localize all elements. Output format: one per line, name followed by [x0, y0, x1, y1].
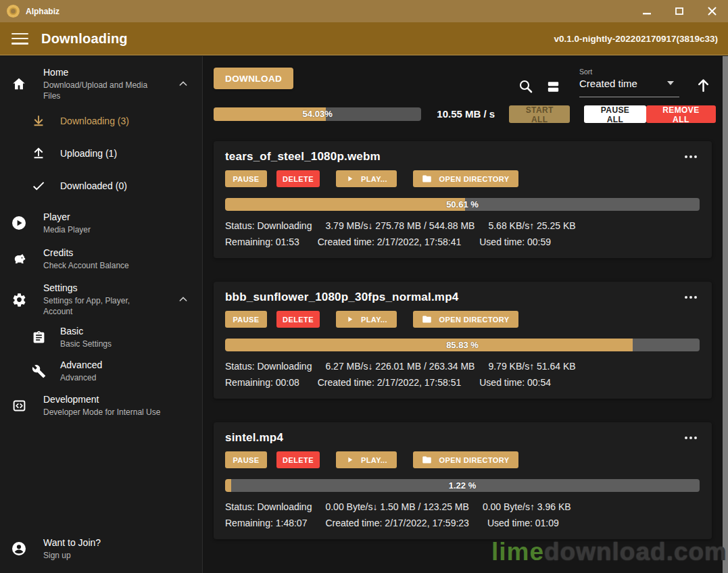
- sidebar-item-downloaded[interactable]: Downloaded (0): [0, 170, 202, 202]
- scrollbar[interactable]: [723, 56, 728, 573]
- used-time: Used time: 00:59: [479, 236, 551, 247]
- clipboard-icon: [30, 329, 47, 345]
- main-content: DOWNLOAD Sort Created time 54.03% 10.55 …: [203, 56, 723, 573]
- open-directory-button[interactable]: OPEN DIRECTORY: [413, 311, 518, 328]
- sidebar-item-caption: Basic Settings: [60, 339, 191, 349]
- download-card: tears_of_steel_1080p.webm PAUSE DELETE P…: [214, 141, 712, 258]
- file-progress-label: 50.61 %: [225, 198, 700, 211]
- folder-icon: [422, 174, 432, 184]
- pause-button[interactable]: PAUSE: [225, 170, 267, 187]
- download-info: 3.79 MB/s↓ 275.78 MB / 544.88 MB: [325, 220, 475, 231]
- minimize-button[interactable]: [631, 0, 663, 22]
- overall-speed: 10.55 MB / s: [437, 108, 495, 120]
- version-label: v0.1.0-nightly-202202170917(3819c33): [554, 34, 718, 44]
- play-button[interactable]: PLAY...: [336, 451, 397, 468]
- delete-button[interactable]: DELETE: [276, 311, 320, 328]
- sidebar-item-signup[interactable]: Want to Join? Sign up: [0, 527, 202, 570]
- used-time: Used time: 00:54: [479, 377, 551, 388]
- overall-progress-label: 54.03%: [214, 107, 421, 121]
- sidebar-item-uploading[interactable]: Uploading (1): [0, 137, 202, 170]
- sidebar-item-home[interactable]: Home Download/Upload and Media Files: [0, 56, 202, 105]
- sidebar-item-advanced[interactable]: Advanced Advanced: [0, 354, 202, 388]
- start-all-button[interactable]: START ALL: [509, 105, 570, 123]
- overall-progress-bar: 54.03%: [214, 107, 421, 121]
- status-text: Status: Downloading: [225, 220, 312, 231]
- sidebar-item-label: Development: [43, 393, 191, 406]
- list-density-icon[interactable]: [545, 73, 561, 100]
- open-directory-button[interactable]: OPEN DIRECTORY: [413, 451, 518, 468]
- created-time: Created time: 2/17/2022, 17:59:23: [325, 518, 468, 528]
- file-name: bbb_sunflower_1080p_30fps_normal.mp4: [225, 291, 458, 304]
- download-button[interactable]: DOWNLOAD: [214, 68, 293, 89]
- sidebar-item-label: Basic: [60, 325, 191, 338]
- pause-button[interactable]: PAUSE: [225, 311, 267, 328]
- chevron-down-icon: [667, 81, 674, 85]
- search-icon[interactable]: [518, 73, 534, 100]
- file-progress-label: 1.22 %: [225, 479, 700, 492]
- code-box-icon: [11, 397, 27, 414]
- sidebar-item-credits[interactable]: Credits Check Account Balance: [0, 242, 202, 276]
- delete-button[interactable]: DELETE: [276, 170, 320, 187]
- status-text: Status: Downloading: [225, 361, 312, 372]
- remove-all-button[interactable]: REMOVE ALL: [646, 105, 716, 123]
- titlebar: Alphabiz: [0, 0, 728, 22]
- chevron-up-icon[interactable]: [175, 78, 191, 89]
- close-button[interactable]: [696, 0, 728, 22]
- sidebar-item-settings[interactable]: Settings Settings for App, Player, Accou…: [0, 276, 202, 320]
- pause-all-button[interactable]: PAUSE ALL: [584, 105, 646, 123]
- more-options-icon[interactable]: [682, 293, 700, 301]
- sort-label: Sort: [579, 68, 679, 76]
- sidebar-item-label: Uploading (1): [60, 147, 191, 160]
- sort-direction-icon[interactable]: [695, 71, 712, 100]
- created-time: Created time: 2/17/2022, 17:58:51: [318, 377, 461, 388]
- delete-button[interactable]: DELETE: [276, 451, 320, 468]
- sidebar-item-caption: Sign up: [43, 550, 191, 561]
- sort-value: Created time: [579, 78, 679, 89]
- sidebar-item-label: Player: [43, 211, 191, 224]
- remaining-time: Remaining: 01:53: [225, 236, 299, 247]
- menu-icon[interactable]: [11, 33, 28, 45]
- app-name: Alphabiz: [26, 7, 59, 16]
- download-list: tears_of_steel_1080p.webm PAUSE DELETE P…: [214, 141, 712, 539]
- more-options-icon[interactable]: [682, 434, 700, 442]
- download-card: sintel.mp4 PAUSE DELETE PLAY... OPEN DIR…: [214, 422, 712, 539]
- play-icon: [345, 315, 354, 324]
- sidebar-item-caption: Download/Upload and Media Files: [43, 80, 158, 101]
- pause-button[interactable]: PAUSE: [225, 451, 267, 468]
- chevron-up-icon[interactable]: [175, 294, 191, 305]
- file-name: tears_of_steel_1080p.webm: [225, 150, 381, 164]
- sidebar-item-label: Settings: [43, 282, 175, 295]
- sidebar-item-caption: Advanced: [60, 372, 191, 383]
- sidebar-item-development[interactable]: Development Developer Mode for Internal …: [0, 388, 202, 423]
- upload-info: 9.79 KB/s↑ 51.64 KB: [488, 361, 575, 372]
- sort-select[interactable]: Sort Created time: [579, 68, 679, 100]
- home-icon: [11, 76, 27, 92]
- play-icon: [345, 455, 354, 464]
- remaining-time: Remaining: 00:08: [225, 377, 299, 388]
- upload-info: 0.00 Byte/s↑ 3.96 KB: [483, 501, 571, 512]
- toolbar-row-top: DOWNLOAD Sort Created time: [214, 68, 712, 100]
- folder-icon: [422, 455, 432, 465]
- download-info: 6.27 MB/s↓ 226.01 MB / 263.34 MB: [325, 361, 475, 372]
- download-card: bbb_sunflower_1080p_30fps_normal.mp4 PAU…: [214, 282, 712, 399]
- play-button[interactable]: PLAY...: [336, 170, 397, 187]
- sidebar-item-downloading[interactable]: Downloading (3): [0, 105, 202, 137]
- sidebar-item-caption: Media Player: [43, 224, 191, 235]
- sidebar-item-label: Downloading (3): [60, 115, 191, 128]
- file-progress-bar: 50.61 %: [225, 198, 700, 211]
- download-info: 0.00 Byte/s↓ 1.50 MB / 123.25 MB: [325, 501, 468, 512]
- open-directory-button[interactable]: OPEN DIRECTORY: [413, 170, 518, 187]
- more-options-icon[interactable]: [682, 153, 700, 161]
- play-button[interactable]: PLAY...: [336, 311, 397, 328]
- sidebar-item-caption: Check Account Balance: [43, 260, 191, 271]
- upload-info: 5.68 KB/s↑ 25.25 KB: [488, 220, 575, 231]
- sidebar-item-label: Home: [43, 66, 175, 79]
- file-progress-bar: 1.22 %: [225, 479, 700, 492]
- maximize-button[interactable]: [663, 0, 696, 22]
- sidebar-item-player[interactable]: Player Media Player: [0, 204, 202, 242]
- sidebar-item-basic[interactable]: Basic Basic Settings: [0, 320, 202, 354]
- header: Downloading v0.1.0-nightly-202202170917(…: [0, 22, 728, 55]
- used-time: Used time: 01:09: [487, 518, 559, 528]
- sidebar-item-caption: Developer Mode for Internal Use: [43, 407, 191, 418]
- check-icon: [30, 178, 47, 194]
